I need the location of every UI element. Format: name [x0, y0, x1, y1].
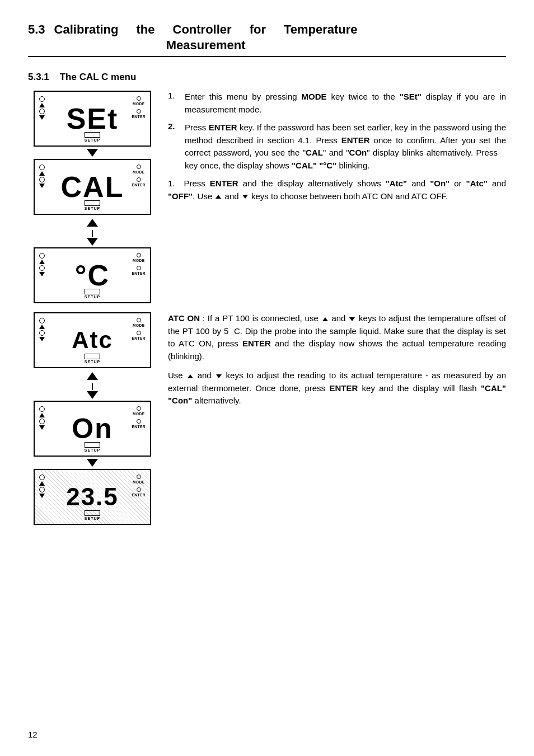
left-indicators-atc [39, 318, 45, 341]
key-up-icon-3 [188, 374, 193, 378]
arrow-updown-1 [87, 217, 98, 246]
title-line2: Measurement [166, 38, 246, 53]
display-set: SEt [67, 102, 119, 135]
key-down-icon-2 [349, 317, 355, 321]
indicator-circle-1 [39, 96, 45, 102]
key-down-icon-1 [242, 195, 248, 199]
page-number: 12 [28, 730, 38, 739]
bottom-atc: SETUP [85, 354, 100, 364]
key-up-icon-1 [216, 195, 221, 199]
rect-btn-set [85, 132, 100, 138]
display-cal: CAL [61, 170, 124, 204]
right-indicators-set: MODE ENTER [132, 96, 146, 119]
bottom-num: SETUP [85, 510, 100, 520]
display-degc: °C [75, 259, 110, 292]
indicator-circle-on-2 [39, 419, 45, 424]
arrow-updown-2 [87, 370, 98, 399]
panel-atc: Atc MODE ENTER SETUP [34, 312, 151, 368]
enter-indicator-on [137, 419, 141, 424]
enter-label-atc: ENTER [132, 336, 146, 340]
indicator-circle-atc-2 [39, 330, 45, 336]
section-title: Calibrating the Controller for Temperatu… [54, 22, 358, 53]
enter-label-on: ENTER [132, 425, 146, 429]
indicator-triangle-down-1 [39, 115, 45, 120]
section-number: 5.3 [28, 22, 45, 37]
indicator-triangle-up-on [39, 413, 45, 417]
step-1: 1. Enter this menu by pressing MODE key … [168, 91, 506, 116]
enter-label-num: ENTER [132, 493, 146, 497]
rect-btn-on [85, 442, 100, 448]
rect-btn-cal [85, 200, 100, 206]
mode-label-set: MODE [133, 102, 145, 106]
title-word-1: Calibrating [54, 22, 119, 37]
left-indicators-cal [39, 165, 45, 188]
page-header: 5.3 Calibrating the Controller for Tempe… [28, 22, 506, 57]
key-down-icon-3 [216, 374, 222, 378]
v-line-2 [92, 383, 93, 390]
left-indicators-set [39, 96, 45, 120]
mid-right: ATC ON : If a PT 100 is connected, use a… [168, 312, 506, 525]
step-2: 2. Press ENTER key. If the password has … [168, 121, 506, 172]
enter-indicator-atc [137, 331, 141, 335]
indicator-circle-2 [39, 109, 45, 114]
indicator-triangle-up-num [39, 481, 45, 486]
bottom-on: SETUP [85, 442, 100, 452]
rect-btn-degc [85, 289, 100, 294]
bottom-cal: SETUP [85, 200, 100, 210]
indicator-triangle-down-num [39, 494, 45, 498]
rect-btn-atc [85, 354, 100, 359]
mode-label-num: MODE [133, 480, 145, 484]
indicator-circle-cal-2 [39, 177, 45, 182]
setup-label-cal: SETUP [85, 206, 100, 210]
indicator-triangle-down-atc [39, 337, 45, 341]
step-2-num: 2. [168, 121, 178, 172]
indicator-circle-degc-2 [39, 265, 45, 271]
arrow-up-2 [87, 372, 98, 380]
indicator-triangle-up-1 [39, 103, 45, 107]
setup-label-set: SETUP [85, 138, 100, 142]
middle-section: Atc MODE ENTER SETUP [28, 312, 506, 525]
mode-indicator-num [137, 475, 141, 479]
title-word-4: for [250, 22, 266, 37]
key-up-icon-2 [322, 317, 328, 321]
mode-label-degc: MODE [133, 259, 145, 262]
display-num: 23.5 [66, 483, 119, 511]
mode-label-on: MODE [133, 412, 145, 416]
step-1-content: Enter this menu by pressing MODE key twi… [185, 91, 506, 116]
step-3-block: 1. Press ENTER and the display alternati… [168, 177, 506, 203]
arrow-down-3 [87, 391, 98, 399]
indicator-triangle-down-on [39, 425, 45, 430]
mid-left: Atc MODE ENTER SETUP [28, 312, 157, 525]
title-word-5: Temperature [284, 22, 358, 37]
title-word-3: Controller [173, 22, 232, 37]
mode-indicator-on [137, 406, 141, 411]
indicator-triangle-up-cal [39, 171, 45, 176]
panel-set: SEt MODE ENTER SETUP [34, 91, 151, 147]
mode-indicator-cal [137, 165, 141, 169]
mode-label-atc: MODE [133, 323, 145, 327]
step-2-content: Press ENTER key. If the password has bee… [185, 121, 506, 172]
v-line-1 [92, 230, 93, 237]
enter-indicator-num [137, 487, 141, 492]
indicator-triangle-down-cal [39, 184, 45, 188]
enter-indicator-degc [137, 266, 141, 270]
enter-indicator-cal [137, 177, 141, 182]
display-atc: Atc [72, 327, 113, 354]
mode-label-cal: MODE [133, 170, 145, 174]
indicator-circle-cal-1 [39, 165, 45, 170]
panel-num: 23.5 MODE ENTER SETUP [34, 469, 151, 525]
main-content: SEt MODE ENTER SETUP CAL [28, 91, 506, 303]
indicator-triangle-down-degc [39, 272, 45, 276]
arrow-down-4 [87, 459, 98, 467]
left-indicators-degc [39, 253, 45, 276]
title-word-2: the [137, 22, 155, 37]
rect-btn-num [85, 510, 100, 516]
bottom-set: SETUP [85, 132, 100, 142]
bottom-degc: SETUP [85, 289, 100, 299]
subsection-title: 5.3.1 The CAL C menu [28, 72, 506, 83]
indicator-triangle-up-atc [39, 325, 45, 329]
steps-list: 1. Enter this menu by pressing MODE key … [168, 91, 506, 172]
indicator-circle-num-2 [39, 487, 45, 492]
left-indicators-on [39, 406, 45, 430]
enter-label-cal: ENTER [132, 183, 146, 187]
